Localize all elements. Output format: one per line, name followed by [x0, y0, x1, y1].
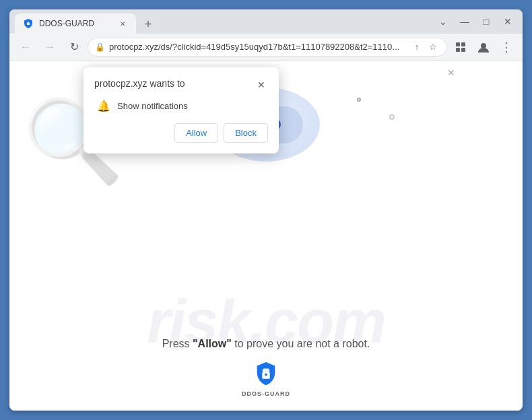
reload-button[interactable]: ↻	[63, 36, 85, 58]
new-tab-button[interactable]: +	[139, 15, 158, 34]
share-icon[interactable]: ↑	[410, 40, 424, 54]
address-bar[interactable]: 🔒 protocpz.xyz/ds/?clickid=419d5sy15uqyd…	[88, 38, 447, 57]
tab-title: DDOS-GUARD	[39, 19, 112, 28]
title-bar: DDOS-GUARD ✕ + ⌄ — □ ✕	[9, 9, 523, 34]
page-close-icon[interactable]: ✕	[447, 67, 455, 78]
press-allow-message: Press "Allow" to prove you are not a rob…	[9, 338, 523, 350]
svg-rect-9	[265, 374, 267, 376]
window-minimize-button[interactable]: —	[455, 12, 474, 31]
ddos-guard-logo: DDOS-GUARD	[242, 361, 290, 397]
press-allow-after: to prove you are not a robot.	[232, 338, 370, 349]
back-button[interactable]: ←	[15, 36, 36, 58]
bookmark-icon[interactable]: ☆	[426, 40, 440, 54]
svg-rect-2	[456, 42, 460, 46]
window-restore-button[interactable]: □	[477, 12, 496, 31]
svg-rect-8	[263, 368, 269, 373]
window-chevron-button[interactable]: ⌄	[434, 12, 453, 31]
extensions-button[interactable]	[450, 36, 471, 58]
address-text: protocpz.xyz/ds/?clickid=419d5sy15uqyd17…	[109, 42, 406, 52]
active-tab[interactable]: DDOS-GUARD ✕	[15, 13, 136, 34]
toolbar-icons: ⋮	[450, 36, 517, 58]
navigation-bar: ← → ↻ 🔒 protocpz.xyz/ds/?clickid=419d5sy…	[9, 34, 523, 61]
browser-window: DDOS-GUARD ✕ + ⌄ — □ ✕ ← → ↻ 🔒 protocpz.…	[9, 9, 523, 411]
profile-button[interactable]	[473, 36, 494, 58]
ddos-shield-icon	[254, 361, 278, 388]
permission-row: 🔔 Show notifications	[94, 100, 268, 112]
block-button[interactable]: Block	[224, 123, 268, 143]
svg-rect-5	[461, 48, 465, 52]
allow-button[interactable]: Allow	[174, 123, 218, 143]
permission-text: Show notifications	[117, 101, 188, 111]
svg-rect-7	[262, 372, 269, 379]
extensions-icon	[455, 41, 467, 53]
tab-close-button[interactable]: ✕	[117, 18, 128, 29]
tab-bar: DDOS-GUARD ✕ +	[15, 9, 434, 34]
window-close-button[interactable]: ✕	[498, 12, 517, 31]
decoration-dot-2	[389, 114, 395, 120]
svg-rect-1	[28, 22, 30, 24]
popup-header: protocpz.xyz wants to ✕	[94, 78, 268, 92]
lock-icon: 🔒	[95, 42, 105, 52]
address-icons: ↑ ☆	[410, 40, 440, 54]
press-allow-highlight: "Allow"	[193, 338, 232, 349]
menu-button[interactable]: ⋮	[496, 36, 517, 58]
decoration-dot-3	[357, 98, 361, 102]
popup-actions: Allow Block	[94, 123, 268, 143]
window-controls: ⌄ — □ ✕	[434, 12, 517, 31]
svg-rect-4	[456, 48, 460, 52]
permission-popup: protocpz.xyz wants to ✕ 🔔 Show notificat…	[84, 67, 279, 153]
svg-point-6	[481, 43, 486, 48]
svg-rect-3	[461, 42, 465, 46]
bell-icon: 🔔	[97, 100, 110, 112]
ddos-label-text: DDOS-GUARD	[242, 390, 290, 397]
tab-favicon	[23, 18, 34, 29]
profile-icon	[477, 41, 490, 53]
press-allow-before: Press	[162, 338, 193, 349]
forward-button[interactable]: →	[39, 36, 61, 58]
popup-close-button[interactable]: ✕	[255, 78, 268, 92]
page-content: 🔍 risk.com ✕ Press "Allow" to prove you …	[9, 61, 523, 411]
popup-title: protocpz.xyz wants to	[94, 78, 185, 89]
